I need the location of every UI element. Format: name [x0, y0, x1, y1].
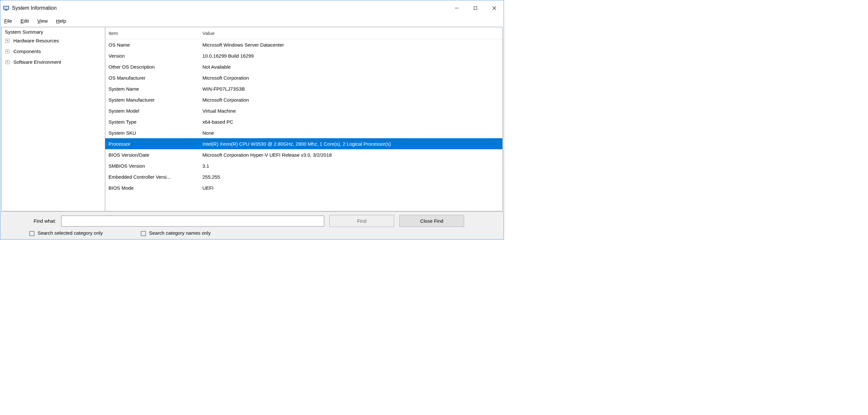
table-row[interactable]: ProcessorIntel(R) Xeon(R) CPU W3530 @ 2.… [105, 138, 502, 149]
cell-item: Embedded Controller Versi... [105, 174, 199, 180]
menu-help[interactable]: Help [55, 17, 67, 25]
tree-item[interactable]: +·Hardware Resources [5, 35, 105, 46]
table-row[interactable]: System ModelVirtual Machine [105, 105, 502, 116]
cell-item: Version [105, 53, 199, 59]
cell-item: Other OS Description [105, 64, 199, 70]
cell-item: OS Manufacturer [105, 75, 199, 81]
cell-value: Microsoft Corporation [199, 75, 502, 81]
header-item[interactable]: Item [105, 30, 199, 36]
cell-item: System Type [105, 119, 199, 125]
window-controls [447, 0, 504, 16]
cell-value: UEFI [199, 185, 502, 191]
svg-rect-2 [5, 10, 7, 10]
cell-item: BIOS Version/Date [105, 152, 199, 158]
tree-root-system-summary[interactable]: System Summary [4, 29, 105, 35]
system-information-window: System Information File Edit View Help S… [0, 0, 504, 240]
table-row[interactable]: OS NameMicrosoft Windows Server Datacent… [105, 39, 502, 50]
menu-bar: File Edit View Help [0, 16, 504, 26]
find-bar: Find what: Find Close Find Search select… [0, 212, 504, 239]
check-selected-category[interactable]: Search selected category only [29, 230, 103, 236]
tree-item-label: Software Environment [13, 59, 61, 65]
menu-view-rest: iew [40, 18, 48, 24]
close-button[interactable] [485, 0, 504, 16]
find-label: Find what: [4, 218, 56, 224]
minimize-button[interactable] [447, 0, 466, 16]
cell-value: WIN-FP07LJ73S3B [199, 86, 502, 92]
svg-rect-5 [474, 7, 477, 10]
expand-icon[interactable]: + [5, 50, 9, 54]
table-row[interactable]: System NameWIN-FP07LJ73S3B [105, 83, 502, 94]
table-row[interactable]: Embedded Controller Versi...255.255 [105, 171, 502, 182]
menu-view[interactable]: View [36, 17, 49, 25]
cell-item: System Model [105, 108, 199, 114]
app-icon [3, 5, 9, 11]
table-row[interactable]: BIOS Version/DateMicrosoft Corporation H… [105, 149, 502, 160]
close-find-button[interactable]: Close Find [399, 215, 464, 227]
menu-file-rest: ile [7, 18, 12, 24]
cell-value: Microsoft Corporation [199, 97, 502, 103]
category-tree[interactable]: System Summary +·Hardware Resources+·Com… [2, 27, 105, 211]
maximize-button[interactable] [466, 0, 485, 16]
table-row[interactable]: BIOS ModeUEFI [105, 182, 502, 193]
cell-item: System Manufacturer [105, 97, 199, 103]
table-row[interactable]: OS ManufacturerMicrosoft Corporation [105, 72, 502, 83]
menu-edit-rest: dit [24, 18, 29, 24]
cell-value: Virtual Machine [199, 108, 502, 114]
list-body[interactable]: OS NameMicrosoft Windows Server Datacent… [105, 39, 502, 211]
cell-value: 255.255 [199, 174, 502, 180]
find-button[interactable]: Find [330, 215, 394, 227]
cell-value: None [199, 130, 502, 136]
checkbox-icon [141, 231, 146, 236]
table-row[interactable]: System ManufacturerMicrosoft Corporation [105, 94, 502, 105]
svg-rect-1 [4, 6, 8, 9]
cell-item: System Name [105, 86, 199, 92]
tree-item[interactable]: +·Components [5, 46, 105, 57]
cell-item: BIOS Mode [105, 185, 199, 191]
table-row[interactable]: Version10.0.16299 Build 16299 [105, 50, 502, 61]
cell-value: Microsoft Windows Server Datacenter [199, 42, 502, 47]
expand-icon[interactable]: + [5, 60, 9, 64]
cell-item: SMBIOS Version [105, 163, 199, 169]
details-list: Item Value OS NameMicrosoft Windows Serv… [105, 27, 502, 211]
menu-help-rest: elp [60, 18, 66, 24]
cell-value: Intel(R) Xeon(R) CPU W3530 @ 2.80GHz, 28… [199, 141, 502, 147]
menu-file[interactable]: File [3, 17, 13, 25]
cell-value: 3.1 [199, 163, 502, 169]
svg-rect-3 [4, 10, 8, 11]
table-row[interactable]: System SKUNone [105, 127, 502, 138]
find-input[interactable] [61, 216, 324, 227]
expand-icon[interactable]: + [5, 39, 9, 43]
table-row[interactable]: Other OS DescriptionNot Available [105, 61, 502, 72]
cell-value: Not Available [199, 64, 502, 70]
main-split: System Summary +·Hardware Resources+·Com… [1, 27, 503, 212]
check-category-names[interactable]: Search category names only [141, 230, 211, 236]
menu-edit[interactable]: Edit [19, 17, 30, 25]
cell-item: Processor [105, 141, 199, 147]
table-row[interactable]: System Typex64-based PC [105, 116, 502, 127]
cell-item: System SKU [105, 130, 199, 136]
cell-item: OS Name [105, 42, 199, 47]
table-row[interactable]: SMBIOS Version3.1 [105, 160, 502, 171]
tree-item-label: Hardware Resources [13, 38, 59, 43]
cell-value: x64-based PC [199, 119, 502, 125]
checkbox-icon [29, 231, 34, 236]
list-header[interactable]: Item Value [105, 27, 502, 39]
tree-item-label: Components [13, 49, 41, 54]
header-value[interactable]: Value [199, 30, 502, 36]
window-title: System Information [12, 5, 57, 11]
title-bar[interactable]: System Information [0, 0, 504, 16]
cell-value: 10.0.16299 Build 16299 [199, 53, 502, 59]
cell-value: Microsoft Corporation Hyper-V UEFI Relea… [199, 152, 502, 158]
tree-item[interactable]: +·Software Environment [5, 57, 105, 67]
